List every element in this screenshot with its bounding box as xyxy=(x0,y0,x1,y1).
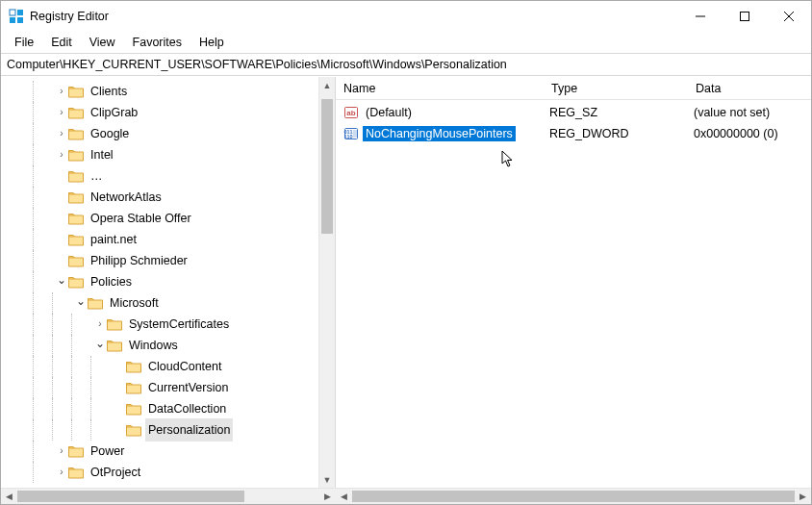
folder-icon xyxy=(107,317,122,331)
window-controls xyxy=(678,1,811,32)
tree-node[interactable]: CloudContent xyxy=(1,356,335,377)
tree-horizontal-scrollbar[interactable]: ◀ ▶ xyxy=(1,489,336,504)
chevron-down-icon[interactable]: ⌄ xyxy=(74,290,88,312)
cursor-icon xyxy=(501,150,515,167)
scroll-track[interactable] xyxy=(17,489,319,504)
value-row[interactable]: ab(Default)REG_SZ(value not set) xyxy=(336,102,811,123)
window-title: Registry Editor xyxy=(30,10,678,23)
maximize-button[interactable] xyxy=(723,1,767,32)
scroll-down-icon[interactable]: ▼ xyxy=(319,471,335,488)
chevron-down-icon[interactable]: ⌄ xyxy=(93,333,107,354)
values-header[interactable]: Name Type Data xyxy=(336,77,811,100)
scroll-thumb[interactable] xyxy=(17,491,244,502)
chevron-down-icon[interactable]: ⌄ xyxy=(55,269,68,290)
tree-node[interactable]: ›ClipGrab xyxy=(1,102,335,123)
address-bar[interactable]: Computer\HKEY_CURRENT_USER\SOFTWARE\Poli… xyxy=(1,53,811,76)
svg-rect-1 xyxy=(17,10,23,15)
main: ›Clients›ClipGrab›Google›Intel…NetworkAt… xyxy=(1,76,811,488)
chevron-right-icon[interactable]: › xyxy=(55,144,68,165)
chevron-right-icon[interactable]: › xyxy=(55,123,68,144)
tree-node[interactable]: ›Clients xyxy=(1,81,335,102)
tree-node-label: NetworkAtlas xyxy=(88,186,165,209)
tree-node-label: CloudContent xyxy=(145,355,224,378)
tree-node[interactable]: ›Google xyxy=(1,123,335,144)
scroll-track[interactable] xyxy=(319,93,335,471)
chevron-right-icon[interactable]: › xyxy=(55,102,68,123)
tree-vertical-scrollbar[interactable]: ▲ ▼ xyxy=(318,77,335,488)
scroll-up-icon[interactable]: ▲ xyxy=(319,77,335,93)
tree-node-label: Policies xyxy=(88,270,135,293)
tree-node[interactable]: ⌄Policies xyxy=(1,271,335,292)
values-horizontal-scrollbar[interactable]: ◀ ▶ xyxy=(336,489,811,504)
value-data: 0x00000000 (0) xyxy=(694,127,811,140)
reg-dword-icon: 011110 xyxy=(343,126,359,141)
folder-icon xyxy=(68,212,84,225)
chevron-right-icon[interactable]: › xyxy=(55,441,68,462)
tree-node-label: … xyxy=(88,164,106,188)
tree-node[interactable]: Opera Stable Offer xyxy=(1,208,335,229)
menu-help[interactable]: Help xyxy=(191,34,232,51)
scroll-left-icon[interactable]: ◀ xyxy=(1,489,17,504)
tree-node[interactable]: ›SystemCertificates xyxy=(1,314,335,335)
tree-node-label: Microsoft xyxy=(107,291,162,315)
scroll-right-icon[interactable]: ▶ xyxy=(795,489,811,504)
menu-favorites[interactable]: Favorites xyxy=(125,34,190,51)
menu-view[interactable]: View xyxy=(82,34,123,51)
folder-icon xyxy=(68,169,84,183)
tree-node-label: Personalization xyxy=(145,418,233,442)
tree-node[interactable]: ›Intel xyxy=(1,144,335,165)
folder-icon xyxy=(68,444,84,458)
svg-rect-3 xyxy=(17,17,23,23)
folder-icon xyxy=(68,254,84,267)
scroll-right-icon[interactable]: ▶ xyxy=(319,489,336,504)
values-body[interactable]: ab(Default)REG_SZ(value not set)011110No… xyxy=(336,100,811,488)
tree-node-label: OtProject xyxy=(88,461,143,484)
values-pane: Name Type Data ab(Default)REG_SZ(value n… xyxy=(336,77,811,488)
folder-icon xyxy=(68,466,84,479)
chevron-right-icon[interactable]: › xyxy=(93,314,107,335)
menu-edit[interactable]: Edit xyxy=(43,34,80,51)
close-button[interactable] xyxy=(767,1,811,32)
svg-rect-5 xyxy=(741,13,749,21)
scroll-track[interactable] xyxy=(352,489,795,504)
tree-node-label: paint.net xyxy=(88,228,140,251)
column-header-data[interactable]: Data xyxy=(696,77,811,99)
column-header-name[interactable]: Name xyxy=(343,77,551,99)
folder-icon xyxy=(107,339,122,352)
tree-node[interactable]: … xyxy=(1,165,335,187)
tree-node[interactable]: ⌄Microsoft xyxy=(1,292,335,314)
scroll-thumb[interactable] xyxy=(321,99,333,234)
folder-icon xyxy=(68,190,84,204)
svg-text:110: 110 xyxy=(343,134,352,139)
scroll-left-icon[interactable]: ◀ xyxy=(336,489,352,504)
tree-pane: ›Clients›ClipGrab›Google›Intel…NetworkAt… xyxy=(1,77,336,488)
minimize-button[interactable] xyxy=(678,1,723,32)
chevron-right-icon[interactable]: › xyxy=(55,81,68,102)
tree-node[interactable]: DataCollection xyxy=(1,398,335,419)
tree-node[interactable]: ›OtProject xyxy=(1,462,335,483)
svg-rect-0 xyxy=(10,10,15,15)
horizontal-scrollbars: ◀ ▶ ◀ ▶ xyxy=(1,488,811,504)
tree-node-label: Philipp Schmieder xyxy=(88,249,190,272)
value-row[interactable]: 011110NoChangingMousePointersREG_DWORD0x… xyxy=(336,123,811,144)
scroll-thumb[interactable] xyxy=(352,491,795,502)
chevron-right-icon[interactable]: › xyxy=(55,462,68,483)
folder-icon xyxy=(126,402,141,416)
tree-node[interactable]: NetworkAtlas xyxy=(1,187,335,208)
tree-node-label: Google xyxy=(88,122,132,145)
tree-node[interactable]: paint.net xyxy=(1,229,335,250)
menu-file[interactable]: File xyxy=(7,34,41,51)
folder-icon xyxy=(68,127,84,140)
menubar: File Edit View Favorites Help xyxy=(1,32,811,53)
tree-node[interactable]: ›Power xyxy=(1,441,335,462)
tree-node[interactable]: Personalization xyxy=(1,419,335,441)
tree-node[interactable]: CurrentVersion xyxy=(1,377,335,398)
svg-rect-2 xyxy=(10,17,15,23)
folder-icon xyxy=(68,275,84,289)
column-header-type[interactable]: Type xyxy=(551,77,696,99)
tree-node[interactable]: ⌄Windows xyxy=(1,335,335,356)
svg-text:ab: ab xyxy=(346,109,355,117)
folder-icon xyxy=(88,296,103,310)
tree-node[interactable]: Philipp Schmieder xyxy=(1,250,335,271)
tree[interactable]: ›Clients›ClipGrab›Google›Intel…NetworkAt… xyxy=(1,81,335,483)
